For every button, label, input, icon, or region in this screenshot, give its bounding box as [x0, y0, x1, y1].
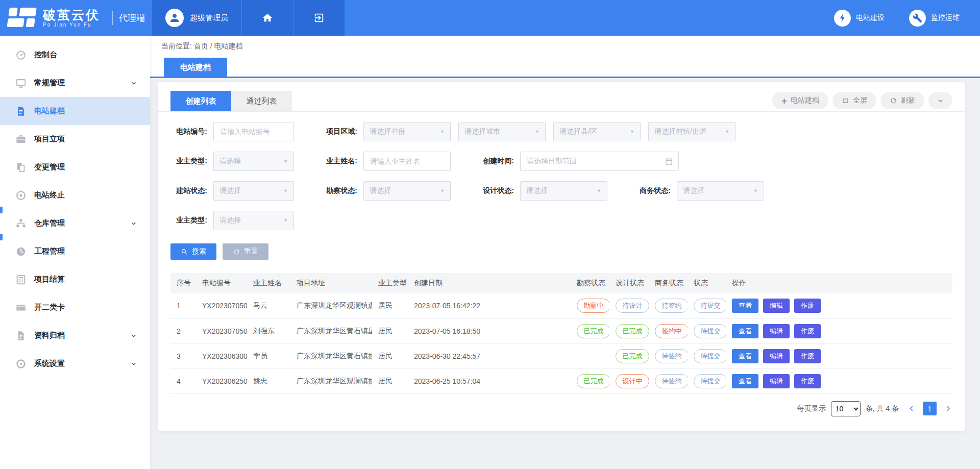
search-button[interactable]: 搜索 [170, 243, 216, 260]
view-button[interactable]: 查看 [732, 374, 758, 388]
add-station-button[interactable]: + 电站建档 [772, 92, 828, 109]
edit-button[interactable]: 编辑 [763, 374, 790, 388]
chevron-down-icon [131, 333, 137, 339]
district-select[interactable]: 请选择县/区▼ [553, 122, 641, 141]
sidebar-item-console[interactable]: 控制台 [0, 41, 150, 69]
view-button[interactable]: 查看 [732, 349, 758, 363]
caret-down-icon: ▼ [440, 188, 445, 193]
sidebar-item-warehouse-mgmt[interactable]: 仓库管理 [0, 209, 150, 237]
void-button[interactable]: 作废 [794, 299, 821, 313]
filter-form: 电站编号:项目区域:请选择省份▼请选择城市▼请选择县/区▼请选择村镇/街道▼业主… [158, 112, 965, 230]
status-badge: 待签约 [655, 349, 688, 363]
station-table: 序号电站编号业主姓名项目地址业主类型创建日期勘察状态设计状态商务状态状态操作 1… [170, 273, 952, 394]
sidebar-item-engineering-mgmt[interactable]: 工程管理 [0, 237, 150, 265]
sidebar-item-type2-card[interactable]: 开二类卡 [0, 293, 150, 322]
owner-type-select[interactable]: 请选择▼ [213, 152, 294, 171]
void-button[interactable]: 作废 [794, 374, 821, 388]
chevron-left-icon [907, 404, 916, 413]
breadcrumb-separator: / [210, 42, 212, 50]
station-no-input[interactable] [213, 122, 294, 141]
town-select[interactable]: 请选择村镇/街道▼ [648, 122, 736, 141]
top-bar: 破茧云伏 Po Jian Yun Fu 代理端 超级管理员 电站建设 [0, 0, 980, 36]
status-badge: 待提交 [694, 374, 726, 388]
column-header: 业主姓名 [247, 273, 290, 293]
column-header: 项目地址 [290, 273, 372, 293]
edit-button[interactable]: 编辑 [763, 324, 790, 338]
sidebar-item-station-archive[interactable]: 电站建档 [0, 97, 150, 125]
sidebar-item-station-termination[interactable]: 电站终止 [0, 181, 150, 209]
card-icon [15, 302, 27, 313]
chevron-down-icon [131, 220, 137, 227]
sidebar: 控制台常规管理电站建档项目立项变更管理电站终止仓库管理工程管理项目结算开二类卡资… [0, 36, 150, 469]
sidebar-item-project-settlement[interactable]: 项目结算 [0, 265, 150, 293]
caret-down-icon: ▼ [725, 129, 729, 134]
prev-page-button[interactable] [907, 404, 916, 413]
status-badge: 勘察中 [577, 299, 609, 313]
logout-button[interactable] [293, 0, 345, 36]
build-status-select[interactable]: 请选择▼ [213, 181, 294, 201]
status-badge: 已完成 [616, 324, 649, 338]
document-icon [15, 106, 27, 117]
plus-icon: + [781, 96, 787, 106]
sidebar-item-system-settings[interactable]: 系统设置 [0, 350, 150, 378]
total-count-label: 条, 共 4 条 [866, 404, 899, 413]
reset-icon [233, 248, 240, 256]
sidebar-item-data-archive[interactable]: 资料归档 [0, 322, 150, 350]
province-select[interactable]: 请选择省份▼ [363, 122, 451, 141]
status-badge: 待提交 [694, 324, 726, 338]
caret-down-icon: ▼ [753, 188, 758, 193]
status-badge: 待设计 [616, 299, 649, 313]
survey-status-select[interactable]: 请选择▼ [363, 181, 451, 201]
tab-passed-list[interactable]: 通过列表 [231, 91, 292, 111]
breadcrumb-home-link[interactable]: 首页 [194, 42, 208, 50]
calculator-icon [15, 274, 27, 285]
user-menu[interactable]: 超级管理员 [152, 0, 241, 36]
owner-type-2-select[interactable]: 请选择▼ [213, 211, 294, 230]
create-time-input[interactable]: 请选择日期范围 [520, 152, 679, 171]
page-tab-station-archive[interactable]: 电站建档 [164, 58, 227, 77]
design-status-select[interactable]: 请选择▼ [520, 181, 607, 201]
status-badge: 待签约 [655, 374, 688, 388]
void-button[interactable]: 作废 [794, 349, 821, 363]
view-button[interactable]: 查看 [732, 299, 758, 313]
caret-down-icon: ▼ [630, 129, 634, 134]
table-row: 3YX2023063000009学员广东深圳龙华区黄石镇姚家庄...居民2023… [170, 343, 952, 368]
sidebar-item-general-mgmt[interactable]: 常规管理 [0, 69, 150, 97]
home-button[interactable] [241, 0, 293, 36]
reset-button[interactable]: 重置 [223, 243, 268, 260]
view-button[interactable]: 查看 [732, 324, 758, 338]
business-status-select[interactable]: 请选择▼ [677, 181, 764, 201]
column-header: 创建日期 [408, 273, 571, 293]
brand-title: 破茧云伏 [43, 8, 100, 22]
edit-button[interactable]: 编辑 [763, 299, 790, 313]
refresh-button[interactable]: 刷新 [880, 92, 924, 109]
fullscreen-button[interactable]: 全屏 [832, 92, 876, 109]
nav-station-build[interactable]: 电站建设 [834, 10, 885, 27]
per-page-label: 每页显示 [797, 404, 826, 413]
brand: 破茧云伏 Po Jian Yun Fu 代理端 [0, 0, 145, 36]
caret-down-icon: ▼ [535, 129, 540, 134]
column-header: 状态 [688, 273, 726, 293]
sidebar-item-project-initiation[interactable]: 项目立项 [0, 125, 150, 153]
chevron-down-icon [937, 97, 944, 105]
void-button[interactable]: 作废 [794, 324, 821, 338]
city-select[interactable]: 请选择城市▼ [458, 122, 546, 141]
portal-label: 代理端 [119, 12, 145, 24]
per-page-select[interactable]: 10 [831, 401, 861, 416]
column-header: 电站编号 [196, 273, 247, 293]
edit-button[interactable]: 编辑 [763, 349, 790, 363]
table-row: 4YX2023062500004姚忠广东深圳龙华区观澜镇姚家庄...居民2023… [170, 368, 952, 393]
owner-name-input[interactable] [363, 152, 451, 171]
file-icon [15, 330, 27, 341]
caret-down-icon: ▼ [597, 188, 601, 193]
page-number-current[interactable]: 1 [923, 402, 937, 415]
collapse-button[interactable] [928, 92, 952, 109]
column-header: 设计状态 [609, 273, 649, 293]
sidebar-item-change-mgmt[interactable]: 变更管理 [0, 153, 150, 181]
chevron-down-icon [131, 361, 137, 367]
next-page-button[interactable] [944, 404, 952, 413]
tab-create-list[interactable]: 创建列表 [170, 91, 231, 111]
dashboard-icon [15, 50, 27, 61]
nav-monitor-ops[interactable]: 监控运维 [909, 10, 960, 27]
refresh-icon [890, 97, 897, 105]
